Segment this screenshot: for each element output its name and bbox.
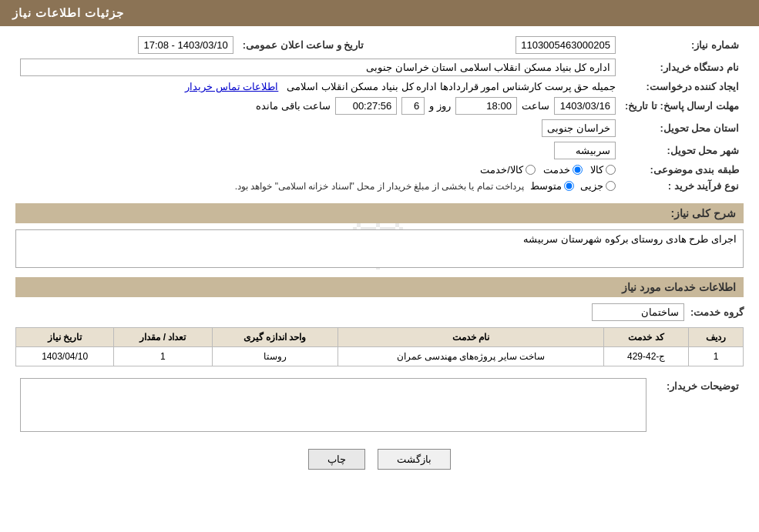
grooh-khadamat-label: گروه خدمت: <box>690 306 744 318</box>
ostan-value: خراسان جنوبی <box>542 119 616 137</box>
grooh-khadamat-value: ساختمان <box>592 303 684 321</box>
page-title: جزئیات اطلاعات نیاز <box>12 6 124 19</box>
page-header: جزئیات اطلاعات نیاز <box>0 0 759 26</box>
sharh-niaz-section-title: شرح کلی نیاز: <box>15 203 744 223</box>
shomara-niaz-label: شماره نیاز: <box>620 34 744 56</box>
mohlet-label: مهلت ارسال پاسخ: تا تاریخ: <box>620 95 744 117</box>
print-button[interactable]: چاپ <box>308 449 365 470</box>
ostan-label: استان محل تحویل: <box>620 117 744 139</box>
radio-kala-khadamat-label: کالا/خدمت <box>480 164 523 176</box>
cell-radif: 1 <box>688 347 743 366</box>
col-unit: واحد اندازه گیری <box>212 328 338 347</box>
tabaqa-kala-khadamat[interactable]: کالا/خدمت <box>480 164 536 176</box>
col-qty: تعداد / مقدار <box>114 328 212 347</box>
khadamat-section-title: اطلاعات خدمات مورد نیاز <box>15 277 744 297</box>
button-row: بازگشت چاپ <box>15 449 744 470</box>
tawsifat-label: توضیحات خریدار: <box>651 376 744 437</box>
radio-khadamat-label: خدمت <box>543 164 570 176</box>
nooe-jozi[interactable]: جزیی <box>580 180 616 192</box>
cell-date: 1403/04/10 <box>16 347 114 366</box>
nam-dastgah-label: نام دستگاه خریدار: <box>620 56 744 79</box>
mohlet-rooz-label: روز و <box>429 100 451 112</box>
tarikh-value: 1403/03/10 - 17:08 <box>138 36 233 54</box>
services-table: ردیف کد خدمت نام خدمت واحد اندازه گیری ت… <box>15 327 744 366</box>
radio-khadamat[interactable] <box>573 165 583 175</box>
col-date: تاریخ نیاز <box>16 328 114 347</box>
nam-dastgah-value: اداره کل بنیاد مسکن انقلاب اسلامی استان … <box>20 59 616 76</box>
tawsifat-textarea[interactable] <box>20 378 646 432</box>
radio-motevaset-label: متوسط <box>530 180 562 192</box>
radio-kala[interactable] <box>606 165 616 175</box>
tabaqa-khadamat[interactable]: خدمت <box>543 164 583 176</box>
cell-unit: روستا <box>212 347 338 366</box>
shomara-niaz-value: 1103005463000205 <box>516 36 616 54</box>
mohlet-date: 1403/03/16 <box>554 97 616 115</box>
shahr-label: شهر محل تحویل: <box>620 139 744 162</box>
col-name: نام خدمت <box>338 328 604 347</box>
radio-jozi[interactable] <box>606 181 616 191</box>
mohlet-saat-label: ساعت <box>522 100 549 112</box>
nooe-note: پرداخت تمام یا بخشی از مبلغ خریدار از مح… <box>235 181 524 192</box>
radio-jozi-label: جزیی <box>580 180 603 192</box>
mohlet-saat-value: 18:00 <box>455 97 517 115</box>
nooe-motevaset[interactable]: متوسط <box>530 180 574 192</box>
col-radif: ردیف <box>688 328 743 347</box>
shahr-value: سربیشه <box>554 142 616 159</box>
nooe-farayand-label: نوع فرآیند خرید : <box>620 178 744 194</box>
cell-code: ج-42-429 <box>604 347 689 366</box>
etelaaat-tamas-link[interactable]: اطلاعات تماس خریدار <box>185 81 278 92</box>
back-button[interactable]: بازگشت <box>378 449 451 470</box>
baqi-value: 00:27:56 <box>335 97 397 115</box>
col-code: کد خدمت <box>604 328 689 347</box>
tarikh-label: تاریخ و ساعت اعلان عمومی: <box>238 34 388 56</box>
radio-kala-khadamat[interactable] <box>526 165 536 175</box>
radio-kala-label: کالا <box>590 164 603 176</box>
tabaqa-label: طبقه بندی موضوعی: <box>620 162 744 178</box>
cell-quantity: 1 <box>114 347 212 366</box>
cell-name: ساخت سایر پروژه‌های مهندسی عمران <box>338 347 604 366</box>
tabaqa-kala[interactable]: کالا <box>590 164 616 176</box>
radio-motevaset[interactable] <box>564 181 574 191</box>
ijad-konande-value: جمیله حق پرست کارشناس امور قراردادها ادا… <box>287 81 616 92</box>
ijad-konande-label: ایجاد کننده درخواست: <box>620 79 744 95</box>
table-row: 1ج-42-429ساخت سایر پروژه‌های مهندسی عمرا… <box>16 347 744 366</box>
mohlet-rooz-value: 6 <box>401 97 425 115</box>
baqi-label: ساعت باقی مانده <box>256 100 331 112</box>
sharh-niaz-value: اجرای طرح هادی روستای برکوه شهرستان سربی… <box>15 229 744 268</box>
